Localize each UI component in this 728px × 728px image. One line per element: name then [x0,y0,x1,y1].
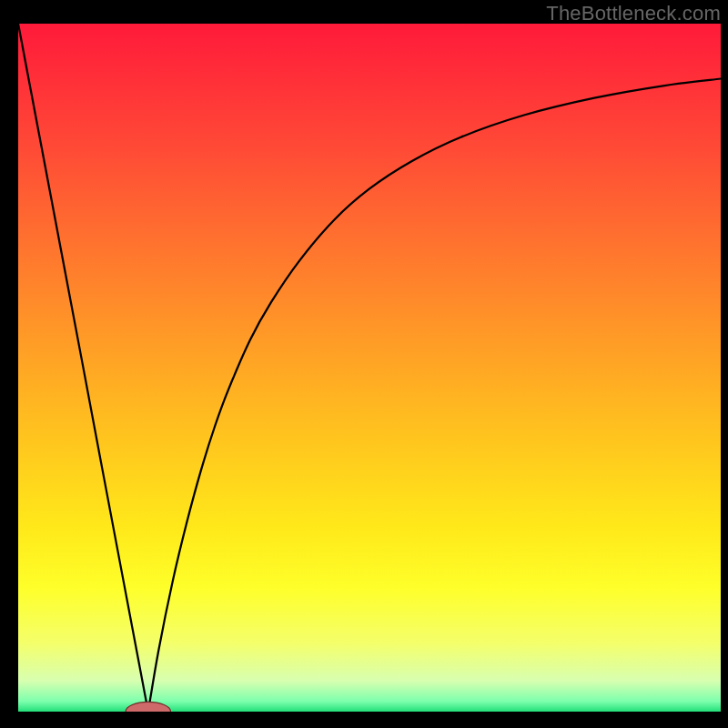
chart-frame: TheBottleneck.com [0,0,728,728]
watermark-text: TheBottleneck.com [546,2,721,25]
plot-area [18,24,721,712]
gradient-background [18,24,721,712]
chart-svg [18,24,721,712]
